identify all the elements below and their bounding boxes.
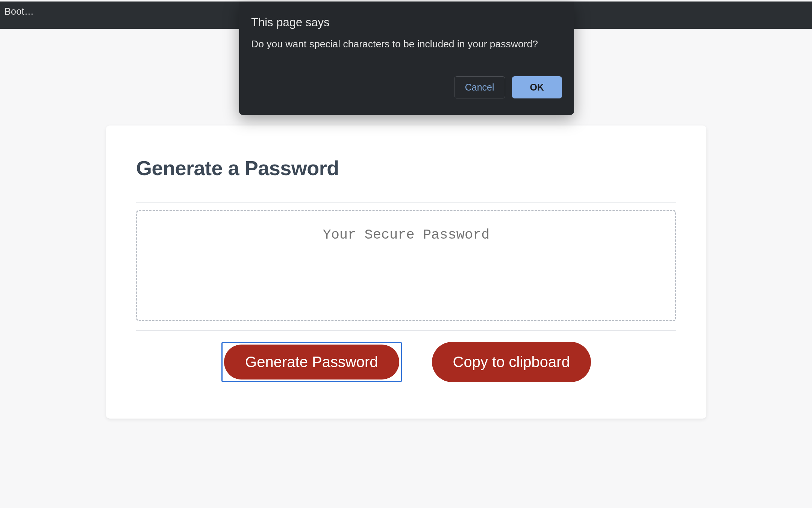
dialog-button-row: Cancel OK [251, 76, 562, 98]
confirm-dialog: This page says Do you want special chara… [239, 2, 574, 115]
cancel-button[interactable]: Cancel [454, 76, 505, 98]
ok-button[interactable]: OK [512, 76, 562, 98]
dialog-backdrop: This page says Do you want special chara… [0, 0, 812, 508]
dialog-title: This page says [251, 16, 562, 29]
dialog-message: Do you want special characters to be inc… [251, 38, 562, 50]
